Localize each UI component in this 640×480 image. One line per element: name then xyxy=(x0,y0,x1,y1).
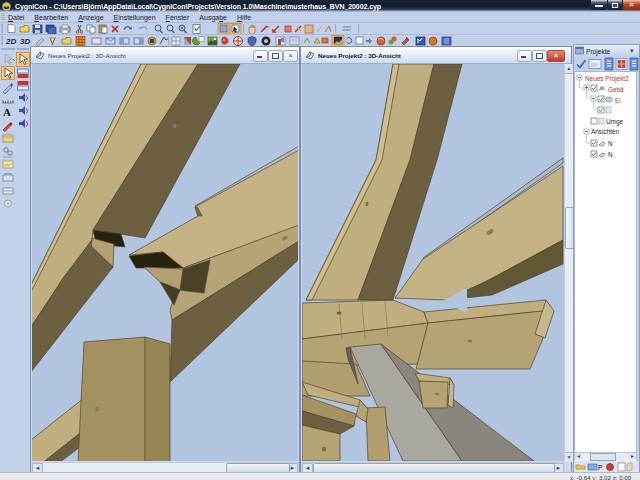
svg-text:Ansichten: Ansichten xyxy=(591,128,620,135)
svg-text:Neues Projekt2: Neues Projekt2 xyxy=(585,75,629,83)
svg-text:Ei: Ei xyxy=(615,97,621,104)
svg-text:Gebä: Gebä xyxy=(608,86,624,93)
svg-text:N: N xyxy=(608,151,613,158)
svg-text:A: A xyxy=(3,106,11,118)
svg-text:Umge: Umge xyxy=(606,118,623,126)
svg-text:3D: 3D xyxy=(20,37,30,46)
svg-text:N: N xyxy=(608,140,613,147)
svg-text:2D: 2D xyxy=(5,37,16,46)
svg-text:P: P xyxy=(598,464,603,471)
